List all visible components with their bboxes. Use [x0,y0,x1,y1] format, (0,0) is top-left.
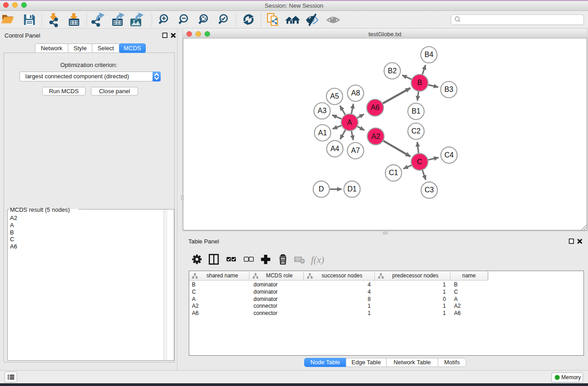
svg-text:B1: B1 [411,107,421,115]
svg-text:A3: A3 [318,107,327,114]
svg-text:A2: A2 [371,133,380,140]
svg-text:D1: D1 [347,185,357,193]
svg-text:C1: C1 [389,169,398,176]
svg-text:C: C [417,158,422,166]
svg-text:B2: B2 [388,67,397,75]
svg-text:C3: C3 [425,186,434,194]
svg-text:Memory: Memory [561,374,581,381]
svg-text:C4: C4 [445,151,454,159]
svg-text:B: B [417,79,422,86]
svg-text:A5: A5 [330,92,339,100]
svg-text:D: D [319,185,324,193]
svg-text:A1: A1 [318,129,327,137]
svg-text:A4: A4 [330,145,339,152]
svg-text:A: A [347,119,352,126]
svg-text:A6: A6 [371,104,380,111]
svg-text:A8: A8 [351,89,360,97]
svg-text:B4: B4 [425,51,434,58]
svg-text:f(x): f(x) [311,254,324,265]
svg-text:C2: C2 [411,127,421,135]
svg-text:B3: B3 [445,86,454,93]
svg-text:A7: A7 [351,147,360,154]
